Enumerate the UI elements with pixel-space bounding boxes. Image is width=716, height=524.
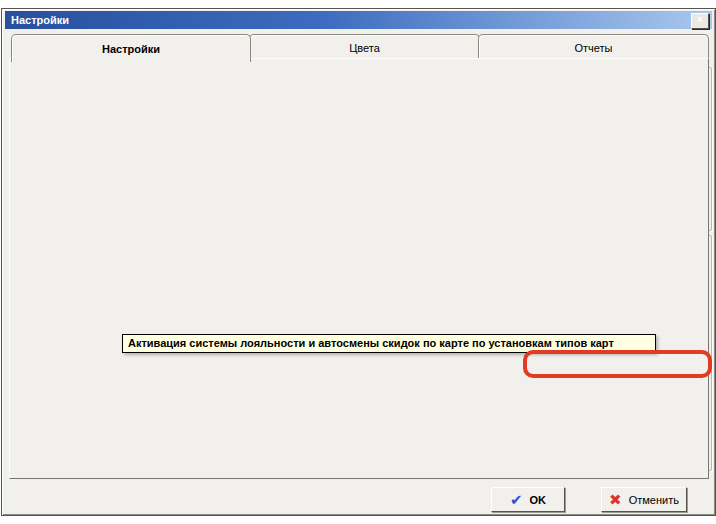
tab-reports-label: Отчеты [574, 42, 612, 54]
ok-check-icon: ✔ [510, 491, 523, 509]
tooltip: Активация системы лояльности и автосмены… [122, 334, 656, 353]
ok-button-label: OK [530, 494, 547, 506]
title-bar[interactable]: Настройки × [5, 11, 712, 29]
cancel-button[interactable]: ✖ Отменить [601, 487, 687, 512]
ok-button[interactable]: ✔ OK [491, 487, 565, 512]
close-icon[interactable]: × [691, 13, 709, 29]
tab-colors-label: Цвета [349, 42, 380, 54]
cancel-x-icon: ✖ [609, 491, 622, 509]
tab-page-settings [9, 58, 709, 479]
settings-dialog: Настройки × Настройки Цвета Отчеты Рабоч… [1, 8, 716, 516]
cancel-button-label: Отменить [629, 494, 679, 506]
screenshot-root: Настройки × Настройки Цвета Отчеты Рабоч… [0, 0, 716, 524]
tab-settings-label: Настройки [102, 43, 160, 55]
tab-reports[interactable]: Отчеты [478, 34, 709, 61]
tab-settings[interactable]: Настройки [11, 34, 251, 62]
tab-colors[interactable]: Цвета [249, 34, 480, 61]
window-title: Настройки [11, 14, 69, 26]
